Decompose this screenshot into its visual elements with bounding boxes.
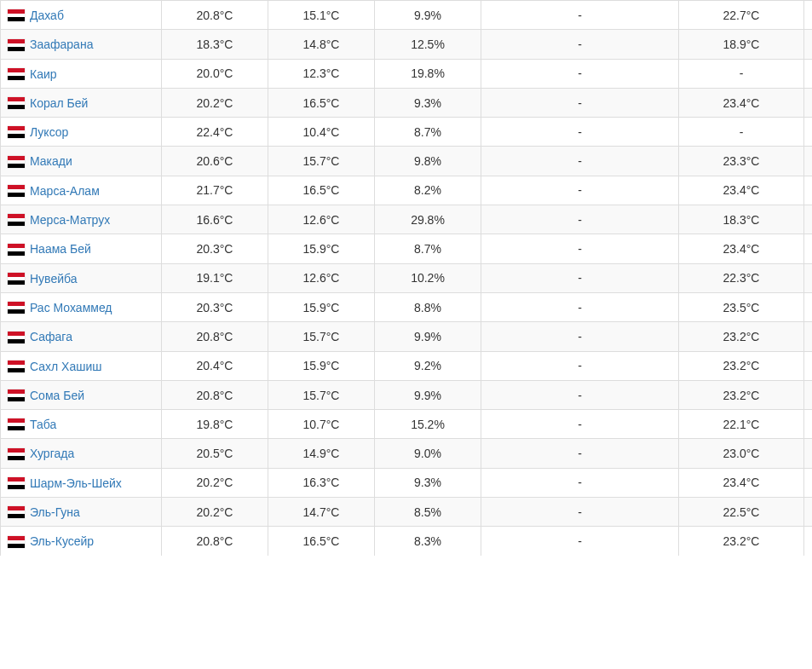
city-link[interactable]: Наама Бей (30, 243, 91, 257)
egypt-flag-icon (8, 244, 25, 256)
egypt-flag-icon (8, 332, 25, 343)
city-link[interactable]: Марса-Алам (30, 184, 100, 198)
daylight-cell: 10ч. 37м. (804, 322, 813, 351)
city-link[interactable]: Луксор (30, 125, 68, 139)
egypt-flag-icon (8, 68, 25, 80)
city-link[interactable]: Мерса-Матрух (30, 213, 110, 227)
city-cell: Шарм-Эль-Шейх (1, 468, 162, 497)
water-temp-cell: 23.3°C (679, 147, 804, 176)
water-temp-cell: 18.3°C (679, 205, 804, 234)
pct-cell: 9.8% (375, 147, 481, 176)
city-cell: Луксор (1, 118, 162, 147)
water-temp-cell: - (679, 118, 804, 147)
temp1-cell: 20.3°C (162, 292, 268, 321)
pct-cell: 29.8% (375, 205, 481, 234)
city-cell: Рас Мохаммед (1, 292, 162, 321)
table-row: Эль-Кусейр20.8°C16.5°C8.3%-23.2°C10ч. 49… (1, 527, 813, 556)
daylight-cell: 08ч. 17м. (804, 205, 813, 234)
city-link[interactable]: Заафарана (30, 38, 93, 52)
city-link[interactable]: Шарм-Эль-Шейх (30, 476, 122, 490)
city-cell: Корал Бей (1, 88, 162, 117)
daylight-cell: 10ч. 48м. (804, 118, 813, 147)
daylight-cell: 09ч. 54м. (804, 410, 813, 439)
temp2-cell: 10.4°C (268, 118, 375, 147)
temp1-cell: 20.3°C (162, 234, 268, 263)
pct-cell: 9.9% (375, 1, 481, 30)
egypt-flag-icon (8, 448, 25, 460)
water-temp-cell: - (679, 59, 804, 88)
city-cell: Каир (1, 59, 162, 88)
table-row: Сафага20.8°C15.7°C9.9%-23.2°C10ч. 37м. (1, 322, 813, 351)
col4-cell: - (481, 527, 679, 556)
city-link[interactable]: Сафага (30, 331, 72, 344)
temp2-cell: 15.9°C (268, 351, 375, 380)
temp1-cell: 20.8°C (162, 1, 268, 30)
city-link[interactable]: Каир (30, 67, 57, 81)
pct-cell: 8.3% (375, 527, 481, 556)
col4-cell: - (481, 118, 679, 147)
city-cell: Наама Бей (1, 234, 162, 263)
egypt-flag-icon (8, 360, 25, 372)
table-row: Корал Бей20.2°C16.5°C9.3%-23.4°C10ч. 37м… (1, 88, 813, 117)
water-temp-cell: 22.7°C (679, 1, 804, 30)
temp2-cell: 12.6°C (268, 263, 375, 292)
egypt-flag-icon (8, 418, 25, 430)
city-link[interactable]: Сома Бей (30, 389, 84, 402)
pct-cell: 9.9% (375, 380, 481, 409)
pct-cell: 8.7% (375, 118, 481, 147)
temp1-cell: 20.6°C (162, 147, 268, 176)
egypt-flag-icon (8, 39, 25, 51)
city-link[interactable]: Эль-Гуна (30, 505, 80, 519)
city-link[interactable]: Дахаб (30, 9, 64, 22)
city-link[interactable]: Хургада (30, 447, 74, 461)
temp2-cell: 16.5°C (268, 88, 375, 117)
city-link[interactable]: Макади (30, 155, 72, 169)
temp1-cell: 21.7°C (162, 176, 268, 205)
col4-cell: - (481, 351, 679, 380)
temp2-cell: 15.7°C (268, 380, 375, 409)
water-temp-cell: 23.4°C (679, 468, 804, 497)
col4-cell: - (481, 380, 679, 409)
temp2-cell: 15.9°C (268, 292, 375, 321)
city-cell: Сома Бей (1, 380, 162, 409)
egypt-flag-icon (8, 536, 25, 548)
city-cell: Мерса-Матрух (1, 205, 162, 234)
temp1-cell: 20.5°C (162, 439, 268, 468)
city-link[interactable]: Корал Бей (30, 96, 88, 110)
col4-cell: - (481, 234, 679, 263)
col4-cell: - (481, 468, 679, 497)
daylight-cell: 10ч. 36м. (804, 468, 813, 497)
daylight-cell: 10ч. 31м. (804, 1, 813, 30)
city-cell: Дахаб (1, 1, 162, 30)
egypt-flag-icon (8, 9, 25, 21)
temp1-cell: 20.0°C (162, 59, 268, 88)
temp1-cell: 22.4°C (162, 118, 268, 147)
city-cell: Сахл Хашиш (1, 351, 162, 380)
water-temp-cell: 18.9°C (679, 30, 804, 59)
city-link[interactable]: Таба (30, 418, 56, 431)
temp1-cell: 20.2°C (162, 88, 268, 117)
table-row: Таба19.8°C10.7°C15.2%-22.1°C09ч. 54м. (1, 410, 813, 439)
city-cell: Хургада (1, 439, 162, 468)
table-row: Марса-Алам21.7°C16.5°C8.2%-23.4°C10ч. 54… (1, 176, 813, 205)
city-link[interactable]: Нувейба (30, 272, 77, 285)
city-link[interactable]: Сахл Хашиш (30, 360, 102, 373)
egypt-flag-icon (8, 126, 25, 138)
col4-cell: - (481, 322, 679, 351)
temp2-cell: 14.7°C (268, 498, 375, 527)
city-link[interactable]: Рас Мохаммед (30, 301, 112, 314)
col4-cell: - (481, 59, 679, 88)
pct-cell: 10.2% (375, 263, 481, 292)
col4-cell: - (481, 147, 679, 176)
temp2-cell: 12.3°C (268, 59, 375, 88)
temp2-cell: 15.9°C (268, 234, 375, 263)
temp2-cell: 15.7°C (268, 322, 375, 351)
city-cell: Заафарана (1, 30, 162, 59)
daylight-cell: 10ч. 40м. (804, 292, 813, 321)
daylight-cell: 09ч. 23м. (804, 59, 813, 88)
table-row: Каир20.0°C12.3°C19.8%--09ч. 23м. (1, 59, 813, 88)
water-temp-cell: 23.5°C (679, 292, 804, 321)
temp2-cell: 14.8°C (268, 30, 375, 59)
city-link[interactable]: Эль-Кусейр (30, 535, 94, 549)
city-cell: Эль-Кусейр (1, 527, 162, 556)
